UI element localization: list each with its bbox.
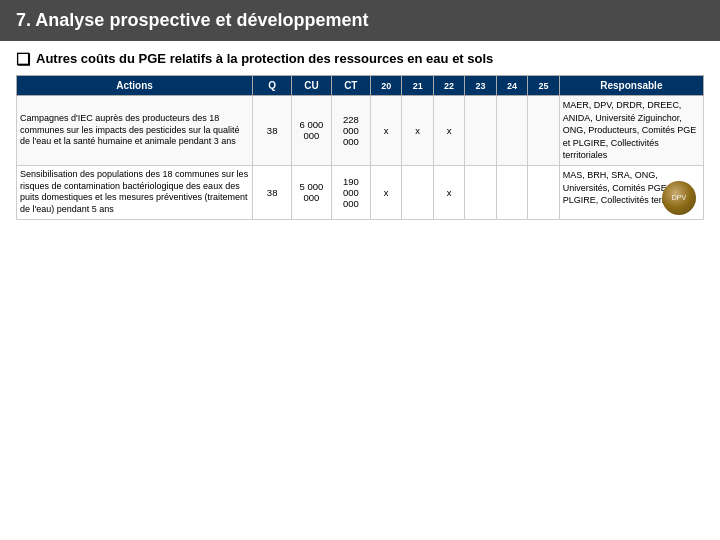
cell-y21: x	[402, 96, 433, 166]
col-header-ct: CT	[331, 76, 370, 96]
table-container: Actions Q CU CT 20 21 22 23 24 25 Respon…	[0, 75, 720, 220]
cell-cu: 5 000 000	[292, 165, 331, 219]
cell-actions: Sensibilisation des populations des 18 c…	[17, 165, 253, 219]
subtitle-text: Autres coûts du PGE relatifs à la protec…	[36, 51, 493, 66]
bullet-icon: ❑	[16, 50, 30, 69]
col-header-cu: CU	[292, 76, 331, 96]
header-title: 7. Analyse prospective et développement	[16, 10, 368, 30]
cell-y23	[465, 96, 496, 166]
cell-y22: x	[433, 165, 464, 219]
logo-text: DPV	[672, 194, 686, 202]
cell-y25	[528, 96, 559, 166]
logo-area: DPV	[654, 178, 704, 218]
cell-y25	[528, 165, 559, 219]
header: 7. Analyse prospective et développement	[0, 0, 720, 41]
cell-y20: x	[370, 165, 401, 219]
cell-ct: 228 000 000	[331, 96, 370, 166]
table-row: Campagnes d'IEC auprès des producteurs d…	[17, 96, 704, 166]
cell-y22: x	[433, 96, 464, 166]
col-header-q: Q	[252, 76, 291, 96]
cell-q: 38	[252, 165, 291, 219]
table-row: Sensibilisation des populations des 18 c…	[17, 165, 704, 219]
col-header-responsable: Responsable	[559, 76, 703, 96]
logo: DPV	[662, 181, 696, 215]
cell-y24	[496, 96, 527, 166]
col-header-y21: 21	[402, 76, 433, 96]
cell-responsable: MAER, DPV, DRDR, DREEC, ANIDA, Universit…	[559, 96, 703, 166]
main-table: Actions Q CU CT 20 21 22 23 24 25 Respon…	[16, 75, 704, 220]
cell-q: 38	[252, 96, 291, 166]
cell-cu: 6 000 000	[292, 96, 331, 166]
cell-y20: x	[370, 96, 401, 166]
cell-actions: Campagnes d'IEC auprès des producteurs d…	[17, 96, 253, 166]
col-header-y22: 22	[433, 76, 464, 96]
subtitle: ❑ Autres coûts du PGE relatifs à la prot…	[0, 41, 720, 75]
cell-y21	[402, 165, 433, 219]
col-header-y25: 25	[528, 76, 559, 96]
cell-y23	[465, 165, 496, 219]
cell-ct: 190 000 000	[331, 165, 370, 219]
col-header-y24: 24	[496, 76, 527, 96]
cell-y24	[496, 165, 527, 219]
col-header-actions: Actions	[17, 76, 253, 96]
col-header-y20: 20	[370, 76, 401, 96]
col-header-y23: 23	[465, 76, 496, 96]
